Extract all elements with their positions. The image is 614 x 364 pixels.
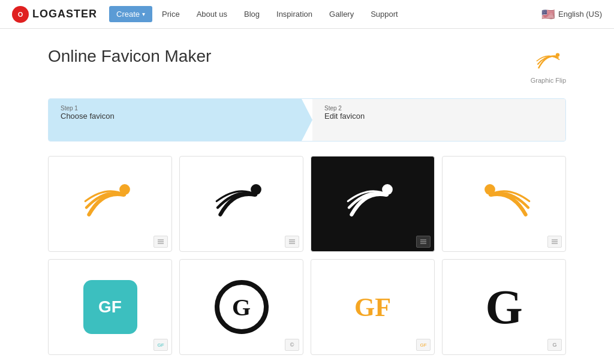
svg-point-2 [556, 53, 559, 56]
step-1-num: Step 1 [61, 105, 290, 112]
card-3-badge [416, 236, 431, 248]
g-circle-logo: G [215, 280, 269, 334]
nav-item-inspiration[interactable]: Inspiration [269, 6, 320, 22]
gf-teal-logo: GF [83, 280, 137, 334]
step-divider [302, 99, 312, 141]
step-2[interactable]: Step 2 Edit favicon [312, 99, 565, 141]
step-2-label: Edit favicon [324, 112, 553, 121]
nav-item-blog[interactable]: Blog [237, 6, 267, 22]
graphic-flip-icon [534, 47, 562, 76]
logo-card-5[interactable]: GF GF [48, 259, 172, 355]
flag-icon: 🇺🇸 [541, 8, 555, 21]
nav-item-support[interactable]: Support [363, 6, 405, 22]
logo-grid: GF GF G © GF GF G G [48, 156, 566, 355]
bird-black-icon [212, 180, 272, 228]
card-6-badge: © [285, 339, 299, 351]
logo-card-7[interactable]: GF GF [311, 259, 435, 355]
graphic-flip-logo: Graphic Flip [531, 47, 566, 84]
svg-text:O: O [18, 11, 23, 18]
nav-item-create[interactable]: Create ▾ [109, 6, 152, 22]
gf-orange-logo: GF [354, 292, 391, 323]
card-4-badge [547, 236, 562, 248]
card-8-badge: G [547, 339, 562, 351]
g-black-logo: G [485, 283, 522, 331]
logo-text: LOGASTER [32, 8, 97, 20]
logo-card-8[interactable]: G G [442, 259, 566, 355]
main-content: Online Favicon Maker Graphic Flip Step 1… [0, 29, 614, 364]
language-selector[interactable]: 🇺🇸 English (US) [541, 8, 602, 21]
logo-icon: O [12, 6, 29, 23]
title-row: Online Favicon Maker Graphic Flip [48, 47, 566, 84]
logo-card-3[interactable] [311, 156, 435, 252]
card-1-badge [154, 236, 168, 248]
graphic-flip-label: Graphic Flip [531, 77, 566, 84]
bird-orange-icon-1 [80, 180, 140, 228]
navbar: O LOGASTER Create ▾ Price About us Blog … [0, 0, 614, 29]
page-title: Online Favicon Maker [48, 47, 211, 66]
steps-bar: Step 1 Choose favicon Step 2 Edit favico… [48, 98, 566, 142]
step-2-num: Step 2 [324, 105, 553, 112]
card-7-badge: GF [416, 339, 431, 351]
step-1-label: Choose favicon [61, 112, 290, 121]
language-label: English (US) [558, 10, 602, 19]
dropdown-arrow-icon: ▾ [142, 11, 145, 17]
nav-links: Create ▾ Price About us Blog Inspiration… [109, 6, 541, 22]
nav-item-about[interactable]: About us [189, 6, 234, 22]
nav-item-price[interactable]: Price [155, 6, 187, 22]
card-5-badge: GF [154, 339, 168, 351]
bird-orange-icon-2 [474, 180, 534, 228]
logo-card-4[interactable] [442, 156, 566, 252]
logo-card-2[interactable] [179, 156, 303, 252]
logo-card-6[interactable]: G © [179, 259, 303, 355]
logo[interactable]: O LOGASTER [12, 6, 97, 23]
card-2-badge [285, 236, 299, 248]
logo-card-1[interactable] [48, 156, 172, 252]
nav-item-gallery[interactable]: Gallery [322, 6, 361, 22]
bird-white-icon [343, 180, 403, 228]
step-1[interactable]: Step 1 Choose favicon [49, 99, 302, 141]
